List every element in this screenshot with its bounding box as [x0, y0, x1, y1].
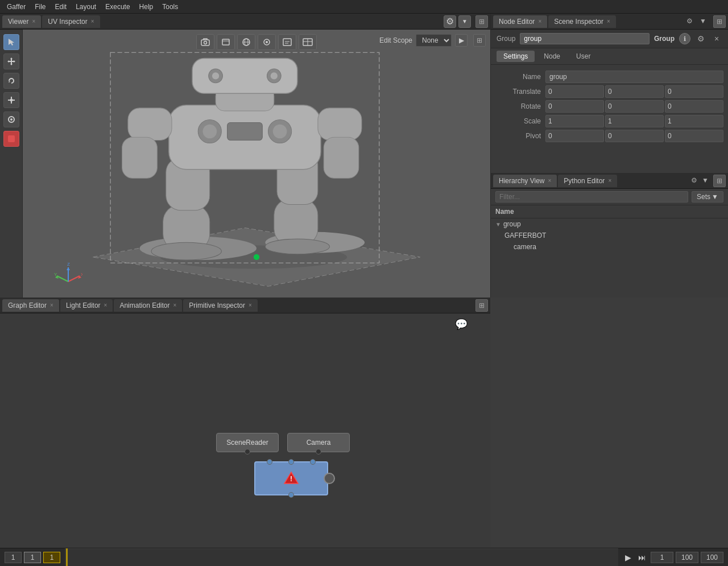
tool-look[interactable] — [3, 111, 19, 127]
menu-file[interactable]: File — [30, 2, 50, 12]
timeline-start-frame[interactable]: 1 — [5, 552, 22, 563]
timeline-end-end[interactable]: 100 — [676, 552, 698, 563]
tool-render[interactable] — [3, 131, 19, 147]
node-camera[interactable]: Camera — [287, 433, 350, 452]
camera-port-bottom[interactable] — [316, 449, 321, 455]
timeline-ruler[interactable] — [65, 548, 618, 566]
prop-translate-x[interactable]: 0 — [545, 85, 604, 98]
prop-translate-y[interactable]: 0 — [605, 85, 664, 98]
prop-value-name[interactable]: group — [545, 71, 723, 83]
tab-hierarchy-close[interactable]: × — [548, 177, 551, 184]
node-group[interactable]: ! — [254, 461, 328, 495]
graph-content[interactable]: 💬 SceneReader — [0, 313, 490, 548]
tool-scale[interactable] — [3, 92, 19, 108]
viewport-3d[interactable]: Edit Scope None ▶ ⊞ — [23, 30, 490, 298]
tab-animation-editor[interactable]: Animation Editor × — [114, 299, 182, 312]
menu-help[interactable]: Help — [135, 2, 158, 12]
tab-scene-inspector-close[interactable]: × — [607, 18, 610, 24]
timeline-yellow-marker[interactable]: 1 — [43, 552, 60, 563]
tab-light-editor[interactable]: Light Editor × — [60, 299, 113, 312]
camera-tool-4[interactable] — [258, 34, 276, 50]
viewer-settings-btn[interactable]: ⚙ — [444, 15, 456, 28]
prop-pivot-z[interactable]: 0 — [665, 130, 723, 142]
hier-arrow-btn[interactable]: ▼ — [700, 175, 711, 186]
group-port-right-circle[interactable] — [324, 473, 335, 484]
tool-select[interactable] — [3, 34, 19, 50]
tab-uv-close[interactable]: × — [91, 18, 94, 24]
tool-translate[interactable] — [3, 53, 19, 69]
tab-node-editor[interactable]: Node Editor × — [493, 15, 547, 28]
timeline-end-start[interactable]: 1 — [651, 552, 673, 563]
viewport-maximize-icon[interactable]: ⊞ — [473, 34, 486, 47]
ne-arrow-btn[interactable]: ▼ — [697, 15, 709, 27]
node-info-btn[interactable]: ℹ — [679, 33, 690, 44]
menu-tools[interactable]: Tools — [158, 2, 183, 12]
prop-scale-z[interactable]: 1 — [665, 115, 723, 127]
sub-tab-settings[interactable]: Settings — [497, 51, 535, 62]
tab-viewer[interactable]: Viewer × — [2, 15, 41, 28]
tab-python-close[interactable]: × — [608, 177, 611, 184]
sets-button[interactable]: Sets ▼ — [692, 191, 723, 203]
timeline-play-btn[interactable]: ▶ — [623, 552, 634, 563]
node-scene-reader[interactable]: SceneReader — [216, 433, 279, 452]
menu-execute[interactable]: Execute — [101, 2, 134, 12]
viewport-maximize[interactable]: ⊞ — [471, 34, 486, 47]
prop-rotate-x[interactable]: 0 — [545, 100, 604, 113]
prop-rotate-z[interactable]: 0 — [665, 100, 723, 113]
tab-graph-close[interactable]: × — [50, 302, 53, 308]
timeline-total[interactable]: 100 — [701, 552, 723, 563]
ne-settings-btn[interactable]: ⚙ — [684, 15, 695, 27]
ne-maximize-btn[interactable]: ⊞ — [713, 15, 726, 28]
tab-uv-inspector[interactable]: UV Inspector × — [42, 15, 100, 28]
viewer-maximize-btn[interactable]: ⊞ — [475, 15, 488, 28]
list-item-group[interactable]: ▼ group — [491, 218, 728, 230]
timeline-end-btn[interactable]: ⏭ — [636, 552, 648, 563]
viewer-arrow-btn[interactable]: ▼ — [458, 15, 471, 28]
node-close-btn[interactable]: × — [711, 33, 722, 44]
edit-scope-select[interactable]: None — [416, 34, 452, 47]
tab-anim-close[interactable]: × — [173, 302, 176, 308]
prop-pivot-y[interactable]: 0 — [605, 130, 664, 142]
tab-light-close[interactable]: × — [104, 302, 107, 308]
camera-tool-5[interactable] — [278, 34, 296, 50]
timeline-current-frame[interactable]: 1 — [24, 552, 41, 563]
camera-tool-3[interactable] — [237, 34, 255, 50]
menu-gaffer[interactable]: Gaffer — [2, 2, 30, 12]
tab-scene-inspector[interactable]: Scene Inspector × — [548, 15, 616, 28]
group-port-top-right[interactable] — [310, 459, 316, 465]
prop-scale-y[interactable]: 1 — [605, 115, 664, 127]
hier-settings-btn[interactable]: ⚙ — [688, 175, 700, 186]
tab-graph-editor[interactable]: Graph Editor × — [2, 299, 59, 312]
tool-rotate[interactable] — [3, 73, 19, 89]
camera-tool-6[interactable] — [299, 34, 317, 50]
sub-tab-node[interactable]: Node — [537, 51, 567, 62]
prop-scale-x[interactable]: 1 — [545, 115, 604, 127]
prop-pivot-x[interactable]: 0 — [545, 130, 604, 142]
hierarchy-filter-input[interactable] — [495, 191, 688, 203]
graph-message-icon[interactable]: 💬 — [455, 318, 468, 330]
hier-maximize-btn[interactable]: ⊞ — [713, 175, 726, 187]
group-port-top-mid[interactable] — [288, 459, 294, 465]
menu-edit[interactable]: Edit — [50, 2, 71, 12]
tab-primitive-inspector[interactable]: Primitive Inspector × — [183, 299, 258, 312]
menu-layout[interactable]: Layout — [71, 2, 101, 12]
sub-tab-user[interactable]: User — [569, 51, 597, 62]
prop-rotate-y[interactable]: 0 — [605, 100, 664, 113]
scene-reader-port-bottom[interactable] — [245, 449, 250, 455]
tab-node-editor-close[interactable]: × — [538, 18, 541, 24]
tab-python-editor[interactable]: Python Editor × — [558, 175, 617, 187]
prop-translate-z[interactable]: 0 — [665, 85, 723, 98]
node-gear-btn[interactable]: ⚙ — [695, 33, 706, 44]
tab-viewer-close[interactable]: × — [32, 18, 35, 24]
node-name-input[interactable] — [520, 33, 650, 44]
camera-tool-2[interactable] — [217, 34, 235, 50]
camera-tool-1[interactable] — [196, 34, 214, 50]
group-port-top-left[interactable] — [267, 459, 272, 465]
list-item-camera[interactable]: camera — [509, 241, 728, 253]
edit-scope-arrow[interactable]: ▶ — [455, 34, 468, 47]
group-port-bottom[interactable] — [288, 492, 294, 498]
tab-hierarchy[interactable]: Hierarchy View × — [493, 175, 557, 187]
tab-prim-close[interactable]: × — [249, 302, 252, 308]
graph-maximize-btn[interactable]: ⊞ — [475, 299, 488, 312]
list-item-gafferbot[interactable]: GAFFERBOT — [500, 230, 728, 241]
